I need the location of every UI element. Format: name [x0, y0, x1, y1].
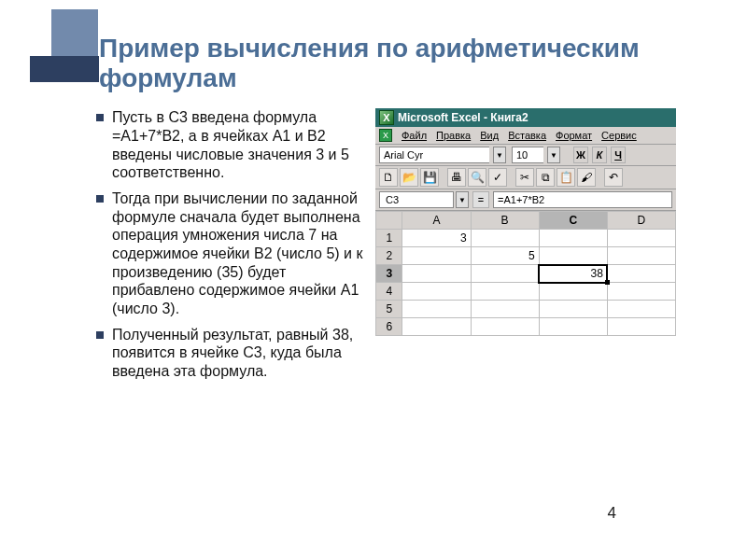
underline-button[interactable]: Ч: [611, 147, 626, 163]
spell-icon[interactable]: ✓: [488, 168, 507, 187]
formula-bar: C3 ▼ = =A1+7*B2: [375, 189, 676, 211]
cell-C5[interactable]: [539, 301, 607, 318]
copy-icon[interactable]: ⧉: [536, 168, 555, 187]
menu-edit[interactable]: Правка: [436, 130, 471, 141]
cell-A3[interactable]: [402, 265, 471, 283]
cell-B4[interactable]: [471, 283, 539, 301]
print-icon[interactable]: 🖶: [447, 168, 466, 187]
cell-A1[interactable]: 3: [402, 230, 471, 247]
font-toolbar: Arial Cyr ▼ 10 ▼ Ж К Ч: [375, 145, 676, 166]
cell-C2[interactable]: [539, 247, 607, 265]
name-box-dropdown-icon[interactable]: ▼: [456, 191, 469, 208]
name-box[interactable]: C3: [379, 191, 454, 208]
bullet-list: Пусть в С3 введена формула =А1+7*В2, а в…: [30, 108, 368, 387]
row-header-5[interactable]: 5: [376, 301, 402, 318]
row-header-2[interactable]: 2: [376, 247, 402, 265]
cell-D4[interactable]: [607, 283, 675, 301]
excel-doc-icon: X: [379, 129, 392, 142]
cell-D2[interactable]: [607, 247, 675, 265]
cell-B6[interactable]: [471, 318, 539, 336]
cell-D5[interactable]: [607, 301, 675, 318]
cell-C4[interactable]: [539, 283, 607, 301]
spreadsheet-grid: A B C D 1 3 2 5: [375, 211, 676, 336]
cell-D1[interactable]: [607, 230, 675, 247]
preview-icon[interactable]: 🔍: [468, 168, 486, 187]
undo-icon[interactable]: ↶: [604, 168, 623, 187]
col-header-B[interactable]: B: [471, 212, 539, 230]
page-number: 4: [608, 504, 616, 523]
bold-button[interactable]: Ж: [573, 147, 588, 163]
font-name-input[interactable]: Arial Cyr: [379, 147, 489, 163]
cell-B3[interactable]: [471, 265, 539, 283]
cell-B5[interactable]: [471, 301, 539, 318]
formula-input[interactable]: =A1+7*B2: [493, 191, 672, 208]
cell-A4[interactable]: [402, 283, 471, 301]
standard-toolbar: 🗋 📂 💾 🖶 🔍 ✓ ✂ ⧉ 📋 🖌 ↶: [375, 166, 676, 189]
open-file-icon[interactable]: 📂: [400, 168, 418, 187]
bullet-item: Пусть в С3 введена формула =А1+7*В2, а в…: [99, 108, 368, 182]
title-accent-bar: [30, 56, 99, 82]
cell-B1[interactable]: [471, 230, 539, 247]
col-header-C[interactable]: C: [539, 212, 607, 230]
paste-icon[interactable]: 📋: [557, 168, 575, 187]
app-titlebar: X Microsoft Excel - Книга2: [375, 108, 676, 127]
font-name-dropdown-icon[interactable]: ▼: [493, 147, 506, 163]
save-icon[interactable]: 💾: [420, 168, 439, 187]
equals-button[interactable]: =: [472, 191, 489, 208]
row-header-1[interactable]: 1: [376, 230, 402, 247]
menu-insert[interactable]: Вставка: [508, 130, 546, 141]
row-header-4[interactable]: 4: [376, 283, 402, 301]
cell-D3[interactable]: [607, 265, 675, 283]
menu-service[interactable]: Сервис: [601, 130, 637, 141]
new-file-icon[interactable]: 🗋: [379, 168, 398, 187]
row-header-3[interactable]: 3: [376, 265, 402, 283]
bullet-item: Полученный результат, равный 38, появитс…: [99, 326, 368, 381]
cell-A2[interactable]: [402, 247, 471, 265]
excel-app-icon: X: [379, 110, 394, 125]
format-painter-icon[interactable]: 🖌: [577, 168, 596, 187]
italic-button[interactable]: К: [592, 147, 607, 163]
bullet-item: Тогда при вычислении по заданной формуле…: [99, 189, 368, 318]
col-header-A[interactable]: A: [402, 212, 471, 230]
app-title: Microsoft Excel - Книга2: [398, 111, 529, 124]
menu-file[interactable]: Файл: [402, 130, 427, 141]
slide-title: Пример вычисления по арифметическим форм…: [99, 34, 719, 93]
menu-view[interactable]: Вид: [480, 130, 499, 141]
font-size-input[interactable]: 10: [512, 147, 543, 163]
select-all-corner[interactable]: [376, 212, 402, 230]
cell-B2[interactable]: 5: [471, 247, 539, 265]
cell-A5[interactable]: [402, 301, 471, 318]
cell-C1[interactable]: [539, 230, 607, 247]
cut-icon[interactable]: ✂: [515, 168, 534, 187]
cell-C3[interactable]: 38: [539, 265, 607, 283]
menu-bar: X Файл Правка Вид Вставка Формат Сервис: [375, 127, 676, 145]
cell-A6[interactable]: [402, 318, 471, 336]
excel-screenshot: X Microsoft Excel - Книга2 X Файл Правка…: [375, 108, 676, 336]
menu-format[interactable]: Формат: [556, 130, 592, 141]
col-header-D[interactable]: D: [607, 212, 675, 230]
row-header-6[interactable]: 6: [376, 318, 402, 336]
cell-D6[interactable]: [607, 318, 675, 336]
cell-C6[interactable]: [539, 318, 607, 336]
font-size-dropdown-icon[interactable]: ▼: [547, 147, 560, 163]
